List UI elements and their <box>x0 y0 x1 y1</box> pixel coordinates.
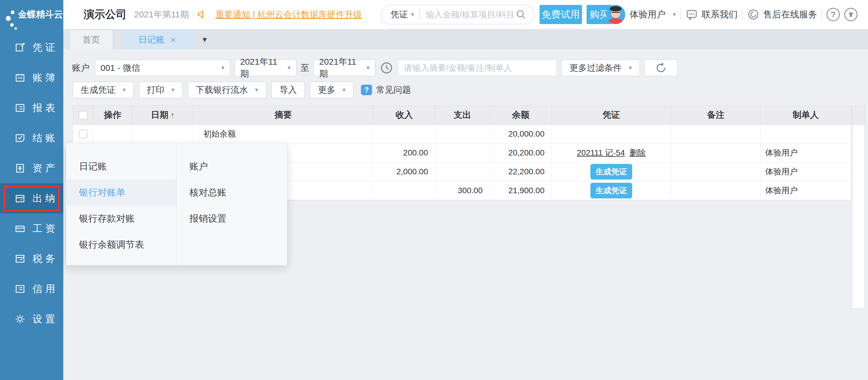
print-button[interactable]: 打印 ▾ <box>139 81 183 98</box>
more-button[interactable]: 更多 ▾ <box>310 81 354 98</box>
import-label: 导入 <box>279 84 297 96</box>
user-menu[interactable]: 体验用户 <box>629 8 665 21</box>
contact-us-link[interactable]: 联系我们 <box>685 8 738 21</box>
tab-home[interactable]: 首页 <box>70 30 113 49</box>
close-icon[interactable]: × <box>170 35 176 45</box>
sidebar-item-label: 税务 <box>33 252 58 266</box>
chevron-down-icon: ▾ <box>171 86 175 94</box>
sidebar-item-label: 设置 <box>33 312 58 326</box>
history-clock-button[interactable] <box>379 61 394 75</box>
chevron-down-icon[interactable]: ▾ <box>673 11 676 18</box>
to-label: 至 <box>301 62 309 74</box>
menu-item-balance-adjustment[interactable]: 银行余额调节表 <box>66 232 176 258</box>
sidebar-nav: 凭证 账簿 报表 结账 资产 出纳 <box>0 33 63 334</box>
menu-item-bank-reconciliation[interactable]: 银行存款对账 <box>66 206 176 232</box>
more-filters-button[interactable]: 更多过滤条件 ▾ <box>561 60 640 76</box>
creator-cell: 体验用户 <box>761 163 851 181</box>
top-header: 演示公司 2021年第11期 重要通知 | 杭州云会计数据库硬件升级 凭证 ▾ … <box>63 0 868 29</box>
notice-link[interactable]: 重要通知 | 杭州云会计数据库硬件升级 <box>215 9 362 21</box>
voucher-number-link[interactable]: 202111 记-54 <box>577 147 625 159</box>
after-sales-link[interactable]: 售后在线服务 <box>747 8 817 21</box>
sort-asc-icon: ↑ <box>171 110 175 119</box>
global-search-input[interactable] <box>425 9 515 20</box>
balance-cell: 20,000.00 <box>490 125 552 144</box>
ledger-icon <box>14 72 26 83</box>
avatar[interactable] <box>606 5 625 24</box>
free-trial-button[interactable]: 免费试用 <box>539 5 582 24</box>
voucher-delete-link[interactable]: 删除 <box>629 147 646 159</box>
tab-journal-label: 日记账 <box>138 34 165 46</box>
sidebar-item-label: 凭证 <box>33 41 58 54</box>
sidebar-item-label: 资产 <box>33 162 58 175</box>
sidebar-item-label: 出纳 <box>33 192 58 205</box>
menu-item-check-ledger[interactable]: 核对总账 <box>177 179 287 206</box>
accounting-period: 2021年第11期 <box>134 9 189 21</box>
tab-list-caret-icon[interactable]: ▼ <box>201 36 208 44</box>
help-icon[interactable]: ? <box>827 8 840 21</box>
chevron-down-icon: ▾ <box>255 86 258 94</box>
table-filter-input[interactable] <box>398 60 557 76</box>
faq-link[interactable]: ? 常见问题 <box>361 84 411 96</box>
income-cell <box>373 125 435 144</box>
period-from-select[interactable]: 2021年11期 ▾ <box>234 60 297 76</box>
col-header-date[interactable]: 日期 ↑ <box>132 106 193 125</box>
contact-us-label: 联系我们 <box>702 8 738 21</box>
income-cell <box>373 181 435 200</box>
sidebar-item-label: 报表 <box>33 101 58 114</box>
import-button[interactable]: 导入 <box>271 81 305 98</box>
creator-cell: 体验用户 <box>761 181 851 200</box>
menu-item-bank-statement[interactable]: 银行对账单 <box>66 179 176 206</box>
account-select[interactable]: 001 - 微信 ▾ <box>95 60 230 76</box>
sidebar-item-credit[interactable]: 信用 <box>0 274 63 304</box>
sidebar-item-assets[interactable]: 资产 <box>0 153 63 183</box>
sidebar-item-cashier[interactable]: 出纳 <box>0 183 63 213</box>
generate-voucher-button[interactable]: 生成凭证 ▾ <box>72 81 134 98</box>
sidebar-item-payroll[interactable]: 工资 <box>0 213 63 244</box>
download-bank-statement-button[interactable]: 下载银行流水 ▾ <box>188 81 266 98</box>
generate-voucher-chip[interactable]: 生成凭证 <box>590 164 632 179</box>
remark-cell <box>671 181 761 200</box>
generate-voucher-label: 生成凭证 <box>81 84 116 96</box>
sidebar-item-settings[interactable]: 设置 <box>0 304 63 334</box>
period-to-select[interactable]: 2021年11期 ▾ <box>313 60 375 76</box>
select-all-checkbox[interactable] <box>79 111 87 119</box>
sidebar-item-closing[interactable]: 结账 <box>0 123 63 153</box>
shirt-icon <box>847 11 854 18</box>
menu-item-accounts[interactable]: 账户 <box>177 153 287 179</box>
cashier-icon <box>14 193 26 204</box>
logo-dot <box>10 23 14 27</box>
table-scrollbar-track[interactable] <box>852 105 865 308</box>
sidebar-item-voucher[interactable]: 凭证 <box>0 33 63 63</box>
speaker-icon <box>196 9 208 20</box>
gear-icon <box>14 314 26 324</box>
voucher-cell: 生成凭证 <box>552 181 671 200</box>
menu-item-reimburse-settings[interactable]: 报销设置 <box>177 206 287 232</box>
global-search: 凭证 ▾ <box>381 5 535 24</box>
header-left: 演示公司 2021年第11期 重要通知 | 杭州云会计数据库硬件升级 <box>84 0 362 29</box>
voucher-cell: 生成凭证 <box>552 163 671 181</box>
col-header-voucher: 凭证 <box>552 106 671 125</box>
generate-voucher-chip[interactable]: 生成凭证 <box>590 183 632 198</box>
search-scope-select[interactable]: 凭证 <box>391 9 408 21</box>
sidebar-item-tax[interactable]: 税务 <box>0 244 63 274</box>
date-cell <box>132 125 193 144</box>
chevron-down-icon: ▾ <box>287 64 291 72</box>
sidebar-item-ledger[interactable]: 账簿 <box>0 63 63 93</box>
chevron-down-icon[interactable]: ▾ <box>411 11 414 18</box>
faq-question-icon: ? <box>361 85 372 95</box>
period-from-value: 2021年11期 <box>240 56 285 80</box>
menu-item-journal[interactable]: 日记账 <box>66 153 176 179</box>
balance-cell: 20,200.00 <box>490 144 552 163</box>
sidebar-item-label: 工资 <box>33 222 58 235</box>
theme-shirt-icon[interactable] <box>844 8 858 21</box>
sidebar-item-reports[interactable]: 报表 <box>0 93 63 123</box>
refresh-button[interactable] <box>644 60 678 76</box>
row-checkbox[interactable] <box>79 130 87 138</box>
more-label: 更多 <box>318 84 335 96</box>
creator-cell <box>761 125 851 144</box>
tab-journal[interactable]: 日记账 × <box>121 30 193 49</box>
scrollbar-header-cap <box>852 106 865 125</box>
logo-dot <box>6 16 11 21</box>
divider <box>742 9 743 20</box>
search-icon[interactable] <box>515 8 527 21</box>
